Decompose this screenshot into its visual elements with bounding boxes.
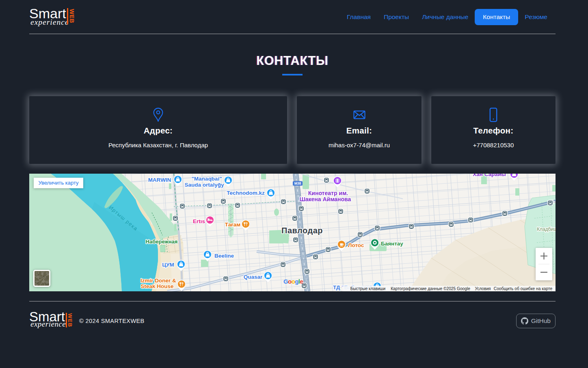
svg-text:"Manaqbai": "Manaqbai" [191, 176, 222, 182]
svg-text:Баянтау: Баянтау [381, 241, 403, 247]
svg-text:Картографические данные ©2025: Картографические данные ©2025 Google [391, 286, 470, 291]
svg-text:Кладбище: Кладбище [537, 226, 556, 232]
svg-text:M38: M38 [294, 181, 301, 185]
svg-text:Условия: Условия [475, 286, 491, 291]
svg-text:Sauda ortalyğy: Sauda ortalyğy [185, 182, 224, 188]
svg-text:Steak House: Steak House [141, 283, 174, 289]
svg-text:Izmir Doner &: Izmir Doner & [141, 278, 176, 284]
svg-text:Quasar: Quasar [244, 274, 263, 280]
svg-text:Ertıs: Ertıs [193, 218, 205, 224]
svg-text:Павлодар: Павлодар [281, 226, 323, 235]
svg-text:Хан Сарайы: Хан Сарайы [473, 174, 506, 177]
svg-text:Тағам: Тағам [225, 222, 241, 228]
svg-text:MARWIN: MARWIN [148, 177, 171, 183]
svg-text:ЦУМ: ЦУМ [162, 262, 174, 268]
svg-text:Набережная: Набережная [146, 239, 178, 245]
svg-text:Шакена Айманова: Шакена Айманова [300, 196, 351, 202]
svg-text:Лотос: Лотос [348, 242, 364, 248]
svg-text:Beeline: Beeline [214, 253, 234, 259]
svg-text:Кинотеатр им.: Кинотеатр им. [308, 190, 348, 196]
svg-text:Сообщить об ошибке на карте: Сообщить об ошибке на карте [494, 286, 553, 291]
svg-text:Быстрые клавиши: Быстрые клавиши [350, 286, 385, 291]
svg-text:Увеличить карту: Увеличить карту [38, 180, 79, 186]
svg-text:Google: Google [283, 278, 303, 285]
svg-text:Technodom.kz: Technodom.kz [227, 190, 265, 196]
